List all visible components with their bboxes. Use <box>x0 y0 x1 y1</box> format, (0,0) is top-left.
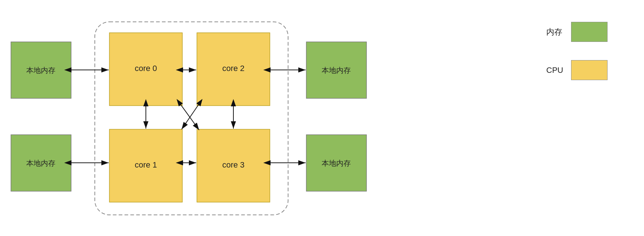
core0-label: core 0 <box>135 64 157 73</box>
memory-label-right-bottom: 本地内存 <box>322 159 351 167</box>
memory-label-left-top: 本地内存 <box>26 66 55 74</box>
legend-item-cpu: CPU <box>546 60 608 80</box>
legend-memory-label: 内存 <box>546 27 565 38</box>
legend-memory-box <box>571 22 608 42</box>
core2-label: core 2 <box>222 64 244 73</box>
legend: 内存 CPU <box>546 22 608 80</box>
legend-cpu-label: CPU <box>546 66 565 75</box>
memory-label-right-top: 本地内存 <box>322 66 351 74</box>
memory-label-left-bottom: 本地内存 <box>26 159 55 167</box>
diagram-container: 本地内存 本地内存 core 0 core 1 core 2 core 3 本地… <box>0 0 644 236</box>
legend-item-memory: 内存 <box>546 22 608 42</box>
core1-label: core 1 <box>135 160 157 169</box>
legend-cpu-box <box>571 60 608 80</box>
core3-label: core 3 <box>222 160 244 169</box>
